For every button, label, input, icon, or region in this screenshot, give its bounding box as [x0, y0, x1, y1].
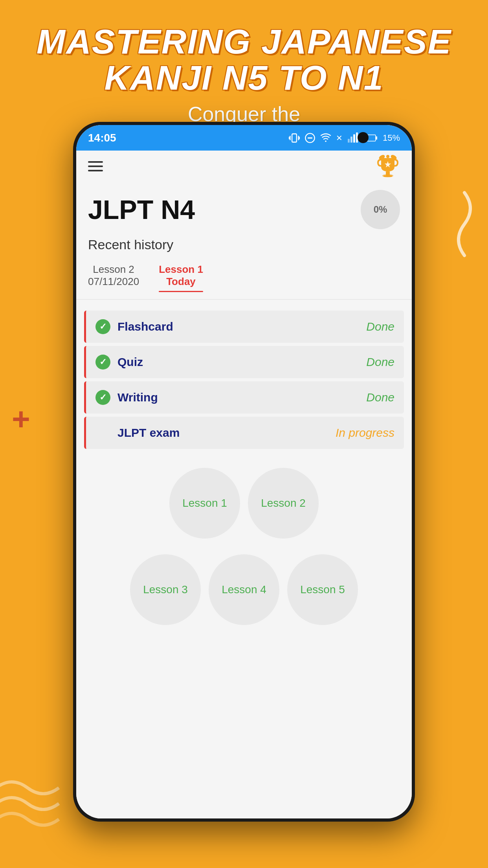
quiz-check-icon: ✓	[95, 355, 110, 370]
svg-point-3	[325, 140, 327, 142]
flashcard-status: Done	[366, 320, 394, 333]
lesson-circle-2[interactable]: Lesson 2	[248, 468, 319, 539]
svg-rect-13	[383, 175, 392, 177]
lesson-1-label: Lesson 1	[182, 497, 227, 509]
status-icons: ✕ 15%	[289, 132, 400, 143]
progress-circle: 0%	[361, 190, 400, 229]
lesson-grid-row1: Lesson 1 Lesson 2	[76, 456, 412, 539]
svg-rect-5	[350, 136, 352, 142]
app-title-line1: MASTERING JAPANESE	[0, 24, 488, 60]
app-topbar	[76, 151, 412, 182]
tab-underline	[159, 291, 203, 292]
jlpt-exam-item-left: JLPT exam	[95, 425, 180, 440]
history-item-writing[interactable]: ✓ Writing Done	[84, 381, 404, 414]
tab-lesson2-date: 07/11/2020	[88, 276, 139, 288]
tab-lesson1-label: Lesson 1	[159, 263, 203, 276]
lesson-circle-5[interactable]: Lesson 5	[287, 554, 358, 625]
lesson-4-label: Lesson 4	[222, 583, 266, 596]
writing-name: Writing	[117, 391, 158, 404]
jlpt-exam-name: JLPT exam	[117, 426, 180, 440]
history-item-quiz[interactable]: ✓ Quiz Done	[84, 346, 404, 378]
flashcard-name: Flashcard	[117, 320, 173, 333]
jlpt-header: JLPT N4 0%	[76, 182, 412, 233]
quiz-item-left: ✓ Quiz	[95, 355, 143, 370]
svg-rect-10	[376, 136, 377, 140]
lesson-circle-1[interactable]: Lesson 1	[169, 468, 240, 539]
writing-item-left: ✓ Writing	[95, 390, 158, 405]
jlpt-exam-no-check	[95, 425, 110, 440]
svg-point-17	[386, 155, 389, 158]
svg-rect-0	[292, 134, 297, 142]
phone-frame: 14:05	[73, 122, 415, 822]
tab-lesson1[interactable]: Lesson 1 Today	[159, 259, 215, 299]
status-time: 14:05	[88, 132, 116, 144]
lesson-circle-4[interactable]: Lesson 4	[209, 554, 279, 625]
lesson-5-label: Lesson 5	[300, 583, 345, 596]
jlpt-title: JLPT N4	[88, 194, 195, 225]
waves-decoration	[0, 772, 71, 844]
tab-lesson2[interactable]: Lesson 2 07/11/2020	[88, 259, 151, 299]
camera	[358, 132, 369, 143]
flashcard-check-icon: ✓	[95, 319, 110, 334]
quiz-status: Done	[366, 355, 394, 369]
lesson-grid-row2: Lesson 3 Lesson 4 Lesson 5	[76, 546, 412, 625]
quiz-name: Quiz	[117, 355, 143, 369]
trophy-icon[interactable]	[376, 154, 400, 178]
signal-icon: ✕	[336, 133, 343, 143]
app-title-line2: KANJI N5 TO N1	[0, 60, 488, 96]
plus-decoration: +	[12, 401, 30, 437]
squiggle-decoration	[449, 189, 480, 269]
wifi-icon	[320, 132, 331, 143]
tab-lesson1-date: Today	[159, 276, 203, 288]
battery-percent: 15%	[383, 133, 400, 143]
signal-bars-icon	[347, 132, 358, 143]
writing-status: Done	[366, 391, 394, 404]
hamburger-menu[interactable]	[88, 161, 103, 171]
svg-rect-6	[353, 134, 355, 142]
svg-rect-4	[348, 139, 350, 142]
tab-lesson2-label: Lesson 2	[88, 263, 139, 276]
history-item-flashcard[interactable]: ✓ Flashcard Done	[84, 311, 404, 343]
lesson-2-label: Lesson 2	[261, 497, 306, 509]
recent-history-label: Recent history	[76, 233, 412, 259]
history-item-jlpt-exam[interactable]: JLPT exam In progress	[84, 417, 404, 449]
lesson-3-label: Lesson 3	[143, 583, 188, 596]
jlpt-exam-status: In progress	[336, 426, 394, 440]
vibrate-icon	[289, 132, 300, 143]
writing-check-icon: ✓	[95, 390, 110, 405]
history-list: ✓ Flashcard Done ✓ Quiz Done ✓	[76, 303, 412, 456]
flashcard-item-left: ✓ Flashcard	[95, 319, 173, 334]
lesson-circle-3[interactable]: Lesson 3	[130, 554, 201, 625]
dnd-icon	[305, 132, 316, 143]
tabs-container: Lesson 2 07/11/2020 Lesson 1 Today	[76, 259, 412, 300]
